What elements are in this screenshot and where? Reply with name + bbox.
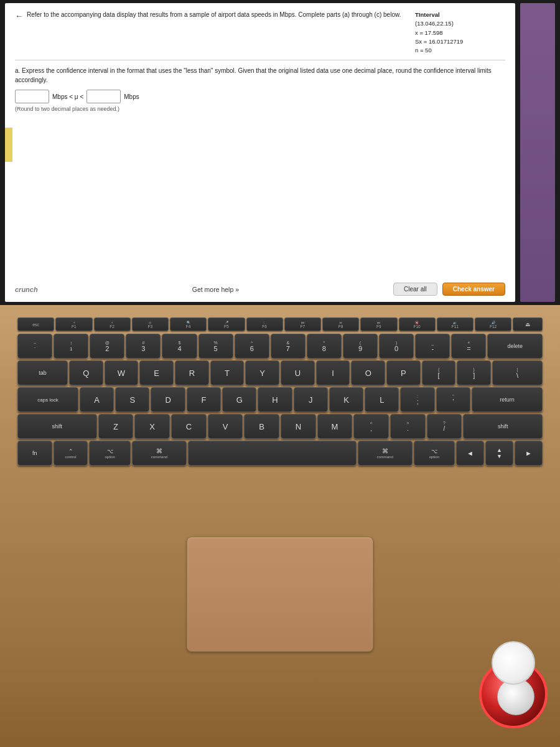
key-j[interactable]: J xyxy=(294,387,328,412)
key-f5[interactable]: 🎤F5 xyxy=(208,317,245,331)
key-comma[interactable]: <, xyxy=(353,414,389,439)
key-slash[interactable]: ?/ xyxy=(427,414,462,439)
upper-bound-input[interactable] xyxy=(86,90,121,103)
key-f11[interactable]: 🔉F11 xyxy=(437,317,474,331)
key-r[interactable]: R xyxy=(175,360,209,385)
key-f8[interactable]: ⏯F8 xyxy=(322,317,359,331)
key-f1[interactable]: ☀F1 xyxy=(55,317,92,331)
key-f4[interactable]: 🔍F4 xyxy=(170,317,207,331)
key-f7[interactable]: ⏮F7 xyxy=(284,317,321,331)
clear-all-button[interactable]: Clear all xyxy=(393,283,437,296)
key-period[interactable]: >. xyxy=(390,414,426,439)
key-e[interactable]: E xyxy=(139,360,174,385)
key-3[interactable]: #3 xyxy=(126,334,161,359)
key-lbracket[interactable]: {[ xyxy=(422,360,456,385)
key-m[interactable]: M xyxy=(317,414,353,439)
key-fn[interactable]: fn xyxy=(17,441,52,466)
key-p[interactable]: P xyxy=(386,360,421,385)
key-delete[interactable]: delete xyxy=(487,334,543,359)
stats-panel: TInterval (13.046,22.15) x = 17.598 Sx =… xyxy=(415,11,505,55)
key-i[interactable]: I xyxy=(316,360,350,385)
key-z[interactable]: Z xyxy=(98,414,134,439)
purple-side-panel xyxy=(520,3,555,302)
get-more-help-link[interactable]: Get more help » xyxy=(192,286,239,293)
key-command-right[interactable]: ⌘command xyxy=(358,441,413,466)
crunch-logo: crunch xyxy=(15,286,38,293)
key-caps[interactable]: caps lock xyxy=(17,387,78,412)
key-space[interactable] xyxy=(188,441,357,466)
key-b[interactable]: B xyxy=(244,414,279,439)
key-arrow-right[interactable]: ► xyxy=(515,441,543,466)
key-n[interactable]: N xyxy=(281,414,316,439)
fn-key-row: esc ☀F1 ☀F2 ⊞F3 🔍F4 🎤F5 ☾F6 ⏮F7 ⏯F8 ⏭F9 … xyxy=(17,317,543,331)
key-u[interactable]: U xyxy=(281,360,315,385)
key-option-left[interactable]: ⌥option xyxy=(89,441,130,466)
a-row: caps lock A S D F G H J K L :; "' return xyxy=(17,387,543,412)
key-c[interactable]: C xyxy=(171,414,207,439)
key-o[interactable]: O xyxy=(351,360,385,385)
key-q[interactable]: Q xyxy=(69,360,103,385)
key-backslash[interactable]: |\ xyxy=(492,360,543,385)
modifier-row: fn ⌃control ⌥option ⌘command ⌘command ⌥o… xyxy=(17,441,543,466)
key-return[interactable]: return xyxy=(472,387,543,412)
trackpad[interactable] xyxy=(187,537,373,652)
key-x[interactable]: X xyxy=(134,414,170,439)
key-f10[interactable]: 🔇F10 xyxy=(399,317,436,331)
key-control-left[interactable]: ⌃control xyxy=(54,441,88,466)
input-row: Mbps < μ < Mbps xyxy=(15,90,505,103)
lower-bound-input[interactable] xyxy=(15,90,49,103)
key-eject[interactable]: ⏏ xyxy=(513,317,543,331)
check-answer-button[interactable]: Check answer xyxy=(442,283,505,296)
key-shift-left[interactable]: shift xyxy=(17,414,97,439)
bottom-bar: crunch Get more help » Clear all Check a… xyxy=(15,283,505,296)
key-f3[interactable]: ⊞F3 xyxy=(132,317,169,331)
key-1[interactable]: !1 xyxy=(54,334,88,359)
key-a[interactable]: A xyxy=(80,387,114,412)
key-f12[interactable]: 🔊F12 xyxy=(475,317,511,331)
key-esc[interactable]: esc xyxy=(17,317,54,331)
key-w[interactable]: W xyxy=(105,360,139,385)
key-4[interactable]: $4 xyxy=(162,334,197,359)
key-f2[interactable]: ☀F2 xyxy=(94,317,131,331)
number-row: ~` !1 @2 #3 $4 %5 ^6 &7 *8 (9 )0 _- += d… xyxy=(17,334,543,359)
key-tab[interactable]: tab xyxy=(17,360,68,385)
key-command-left[interactable]: ⌘command xyxy=(132,441,187,466)
key-minus[interactable]: _- xyxy=(415,334,450,359)
key-2[interactable]: @2 xyxy=(90,334,124,359)
key-6[interactable]: ^6 xyxy=(235,334,269,359)
key-y[interactable]: Y xyxy=(245,360,279,385)
key-option-right[interactable]: ⌥option xyxy=(414,441,455,466)
round-note: (Round to two decimal places as needed.) xyxy=(15,106,505,112)
stats-line3: Sx = 16.01712719 xyxy=(415,37,505,46)
back-arrow[interactable]: ← xyxy=(15,11,23,21)
key-equals[interactable]: += xyxy=(451,334,486,359)
key-arrow-updown[interactable]: ▲▼ xyxy=(485,441,513,466)
key-f6[interactable]: ☾F6 xyxy=(246,317,283,331)
key-l[interactable]: L xyxy=(365,387,399,412)
key-quote[interactable]: "' xyxy=(436,387,470,412)
key-s[interactable]: S xyxy=(115,387,149,412)
key-8[interactable]: *8 xyxy=(307,334,342,359)
key-arrow-left[interactable]: ◄ xyxy=(456,441,484,466)
key-f[interactable]: F xyxy=(187,387,221,412)
mbps-less-label: Mbps < μ < xyxy=(52,93,83,100)
key-rbracket[interactable]: }] xyxy=(457,360,491,385)
key-shift-right[interactable]: shift xyxy=(463,414,543,439)
unit-label: Mbps xyxy=(124,93,139,100)
key-t[interactable]: T xyxy=(210,360,245,385)
key-semicolon[interactable]: :; xyxy=(400,387,434,412)
keyboard-section: esc ☀F1 ☀F2 ⊞F3 🔍F4 🎤F5 ☾F6 ⏮F7 ⏯F8 ⏭F9 … xyxy=(17,317,543,466)
key-f9[interactable]: ⏭F9 xyxy=(360,317,397,331)
key-d[interactable]: D xyxy=(151,387,185,412)
key-7[interactable]: &7 xyxy=(271,334,306,359)
key-9[interactable]: (9 xyxy=(343,334,378,359)
key-5[interactable]: %5 xyxy=(198,334,233,359)
key-g[interactable]: G xyxy=(222,387,256,412)
key-k[interactable]: K xyxy=(329,387,363,412)
key-v[interactable]: V xyxy=(208,414,243,439)
z-row: shift Z X C V B N M <, >. ?/ shift xyxy=(17,414,543,439)
key-h[interactable]: H xyxy=(258,387,292,412)
key-backtick[interactable]: ~` xyxy=(17,334,52,359)
key-0[interactable]: )0 xyxy=(379,334,414,359)
white-sticker xyxy=(492,641,535,685)
